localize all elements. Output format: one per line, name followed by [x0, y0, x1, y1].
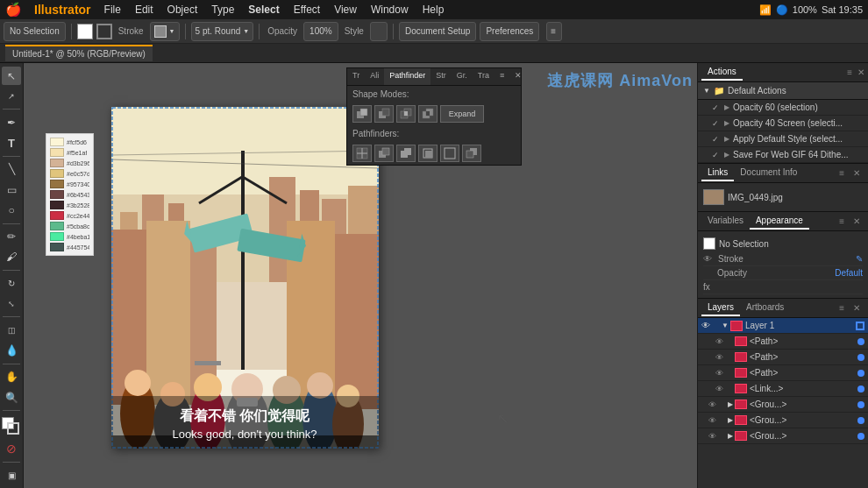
- menu-window[interactable]: Window: [365, 2, 415, 18]
- merge-button[interactable]: [396, 145, 416, 162]
- pt-round-dropdown[interactable]: 5 pt. Round ▼: [191, 22, 254, 41]
- zoom-tool[interactable]: 🔍: [2, 388, 21, 407]
- color-swatch-7[interactable]: [50, 201, 64, 209]
- color-swatch-8[interactable]: [50, 211, 64, 220]
- layer-eye-1[interactable]: 👁: [715, 337, 726, 346]
- pf-options[interactable]: ≡: [494, 68, 509, 85]
- layer-1-eye[interactable]: 👁: [701, 321, 710, 330]
- transparency-tab[interactable]: Tra: [473, 68, 494, 85]
- layers-close-icon[interactable]: ✕: [849, 301, 864, 315]
- unite-button[interactable]: [352, 105, 372, 123]
- layer-item-path-3[interactable]: 👁 <Path>: [698, 365, 868, 381]
- color-swatch-9[interactable]: [50, 222, 64, 230]
- outline-button[interactable]: [440, 145, 459, 162]
- line-tool[interactable]: ╲: [2, 160, 21, 179]
- actions-options-icon[interactable]: ≡: [847, 67, 852, 77]
- panel-toggle[interactable]: ≡: [546, 22, 562, 41]
- gradient-tool[interactable]: ◫: [2, 321, 21, 339]
- pathfinder-tab[interactable]: Pathfinder: [384, 68, 430, 85]
- action-item-1[interactable]: ✓ ▶ Opacity 60 (selection): [698, 100, 868, 116]
- scale-tool[interactable]: ⤡: [2, 294, 21, 313]
- pencil-tool[interactable]: ✏: [2, 228, 21, 246]
- divide-button[interactable]: [352, 145, 372, 162]
- opacity-value[interactable]: 100%: [303, 22, 338, 41]
- appearance-tab[interactable]: Appearance: [750, 213, 809, 230]
- stroke-tab[interactable]: Str: [430, 68, 452, 85]
- rect-tool[interactable]: ▭: [2, 180, 21, 199]
- appearance-stroke-edit-icon[interactable]: ✎: [856, 254, 863, 264]
- action-item-3[interactable]: ✓ ▶ Apply Default Style (select...: [698, 131, 868, 147]
- direct-select-tool[interactable]: ↗: [2, 87, 21, 105]
- action-item-2[interactable]: ✓ ▶ Opacity 40 Screen (selecti...: [698, 116, 868, 131]
- minus-front-button[interactable]: [374, 105, 394, 123]
- stroke-color-box[interactable]: [96, 24, 112, 39]
- document-tab[interactable]: Untitled-1* @ 50% (RGB/Preview): [5, 45, 153, 61]
- screen-mode[interactable]: ▣: [2, 466, 21, 484]
- color-swatch-6[interactable]: [50, 190, 64, 199]
- transform-tab[interactable]: Tr: [347, 68, 365, 85]
- layer-item-group-3[interactable]: 👁 ▶ <Grou...>: [698, 428, 868, 444]
- eyedropper-tool[interactable]: 💧: [2, 342, 21, 360]
- links-options-icon[interactable]: ≡: [835, 166, 849, 180]
- layer-item-path-1[interactable]: 👁 <Path>: [698, 334, 868, 350]
- link-item-1[interactable]: IMG_0449.jpg: [701, 187, 864, 208]
- layer-item-link[interactable]: 👁 <Link...>: [698, 381, 868, 397]
- color-swatch-2[interactable]: [50, 148, 64, 157]
- variables-tab[interactable]: Variables: [701, 213, 750, 230]
- apple-menu[interactable]: 🍎: [5, 2, 22, 18]
- layer-item-group-2[interactable]: 👁 ▶ <Grou...>: [698, 413, 868, 428]
- select-tool[interactable]: ↖: [2, 67, 21, 85]
- menu-object[interactable]: Object: [161, 2, 204, 18]
- links-close-icon[interactable]: ✕: [849, 166, 864, 180]
- menu-help[interactable]: Help: [416, 2, 451, 18]
- layers-tab[interactable]: Layers: [701, 300, 740, 316]
- doc-setup-button[interactable]: Document Setup: [399, 22, 477, 41]
- stroke-dropdown[interactable]: ▼: [150, 22, 180, 41]
- layer-item-group-1[interactable]: 👁 ▶ <Grou...>: [698, 397, 868, 413]
- menu-select[interactable]: Select: [242, 2, 285, 18]
- layer-eye-3[interactable]: 👁: [715, 369, 726, 378]
- intersect-button[interactable]: [396, 105, 416, 123]
- layers-options-icon[interactable]: ≡: [835, 301, 849, 315]
- crop-button[interactable]: [418, 145, 438, 162]
- minus-back-button[interactable]: [462, 145, 481, 162]
- gradient-tab[interactable]: Gr.: [452, 68, 473, 85]
- color-swatch-11[interactable]: [50, 243, 64, 251]
- appearance-fill-box[interactable]: [703, 237, 715, 250]
- layer-eye-5[interactable]: 👁: [708, 400, 719, 409]
- fill-color-box[interactable]: [77, 24, 93, 39]
- align-tab[interactable]: Ali: [365, 68, 384, 85]
- menu-view[interactable]: View: [328, 2, 363, 18]
- layer-eye-7[interactable]: 👁: [708, 432, 719, 441]
- color-swatch-4[interactable]: [50, 169, 64, 178]
- links-tab[interactable]: Links: [701, 165, 734, 181]
- color-swatch-3[interactable]: [50, 159, 64, 167]
- layer-eye-2[interactable]: 👁: [715, 353, 726, 362]
- color-swatch-5[interactable]: [50, 180, 64, 188]
- doc-info-tab[interactable]: Document Info: [734, 165, 803, 181]
- stroke-swatch[interactable]: [7, 422, 19, 435]
- layer-eye-4[interactable]: 👁: [715, 385, 726, 393]
- color-swatch-1[interactable]: [50, 138, 64, 146]
- expand-shape-button[interactable]: Expand: [440, 105, 484, 123]
- ellipse-tool[interactable]: ○: [2, 201, 21, 219]
- menu-effect[interactable]: Effect: [288, 2, 326, 18]
- pen-tool[interactable]: ✒: [2, 113, 21, 131]
- artboards-tab[interactable]: Artboards: [740, 300, 790, 316]
- style-box[interactable]: [370, 22, 388, 41]
- menu-file[interactable]: File: [98, 2, 127, 18]
- rotate-tool[interactable]: ↻: [2, 274, 21, 293]
- none-icon[interactable]: ⊘: [2, 440, 21, 458]
- appearance-eye-icon[interactable]: 👁: [703, 254, 712, 264]
- menu-edit[interactable]: Edit: [129, 2, 160, 18]
- preferences-button[interactable]: Preferences: [480, 22, 539, 41]
- layer-1-header[interactable]: 👁 ▼ Layer 1: [698, 318, 868, 334]
- actions-close-icon[interactable]: ✕: [857, 67, 864, 77]
- layer-eye-6[interactable]: 👁: [708, 416, 719, 425]
- appearance-close-icon[interactable]: ✕: [849, 214, 864, 229]
- pf-close[interactable]: ✕: [509, 68, 527, 85]
- layer-item-path-2[interactable]: 👁 <Path>: [698, 350, 868, 365]
- hand-tool[interactable]: ✋: [2, 368, 21, 386]
- type-tool[interactable]: T: [2, 134, 21, 152]
- actions-tab[interactable]: Actions: [701, 64, 743, 81]
